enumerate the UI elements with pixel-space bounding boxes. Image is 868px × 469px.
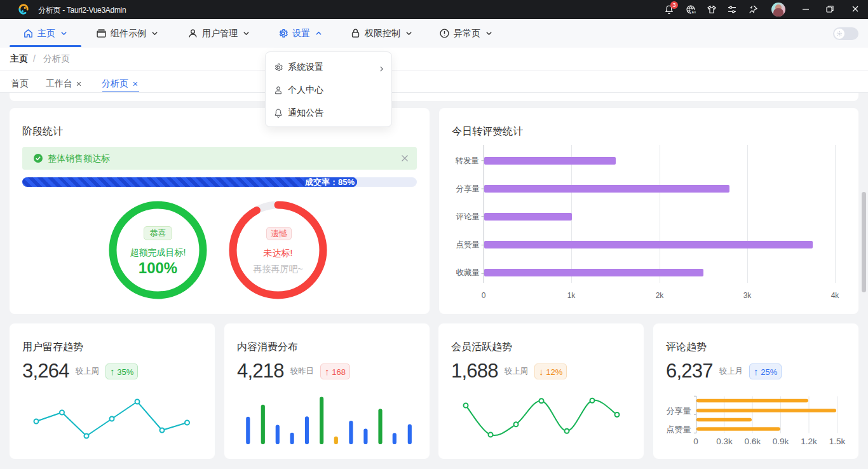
svg-text:3k: 3k — [743, 291, 752, 300]
svg-text:1.2k: 1.2k — [801, 437, 817, 446]
svg-text:点赞量: 点赞量 — [456, 240, 480, 249]
svg-text:评论量: 评论量 — [456, 212, 480, 221]
svg-text:转发量: 转发量 — [456, 156, 480, 165]
svg-text:2k: 2k — [656, 291, 665, 300]
svg-text:点赞量: 点赞量 — [667, 425, 691, 434]
svg-text:1k: 1k — [567, 291, 576, 300]
svg-text:0.3k: 0.3k — [716, 437, 733, 446]
svg-text:1.5k: 1.5k — [829, 437, 846, 446]
svg-text:0.6k: 0.6k — [744, 437, 761, 446]
svg-text:En: En — [692, 10, 696, 14]
svg-text:0.9k: 0.9k — [773, 437, 789, 446]
svg-text:分享量: 分享量 — [456, 184, 480, 193]
svg-text:收藏量: 收藏量 — [456, 268, 480, 277]
svg-text:4k: 4k — [831, 291, 840, 300]
svg-text:分享量: 分享量 — [667, 406, 691, 416]
svg-text:0: 0 — [482, 291, 486, 300]
svg-text:0: 0 — [693, 437, 698, 446]
